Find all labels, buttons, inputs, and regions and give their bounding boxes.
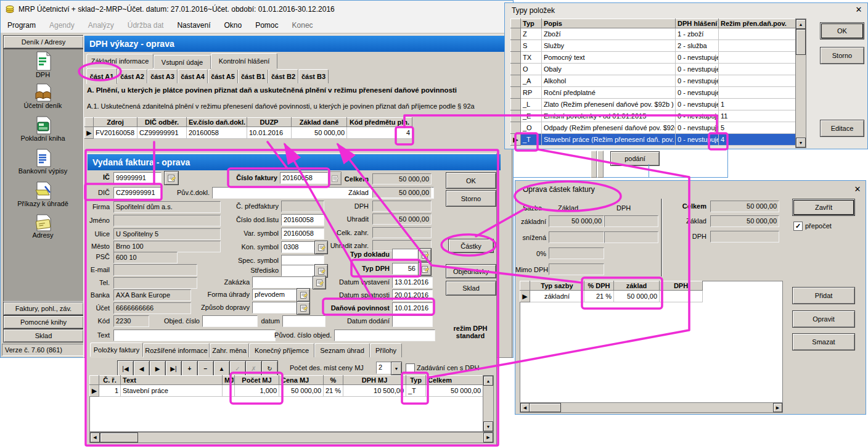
text-field[interactable] xyxy=(113,330,276,341)
col-celkem[interactable]: Celkem xyxy=(426,376,483,385)
scrollbar-thumb[interactable] xyxy=(796,29,806,55)
tab-cast-a3[interactable]: část A3 xyxy=(147,69,178,83)
psc-field[interactable]: 600 10 xyxy=(113,252,178,263)
menu-okno[interactable]: Okno xyxy=(217,21,248,30)
col-zdroj[interactable]: Zdroj xyxy=(94,118,137,127)
tab-konecny-prijemce[interactable]: Konečný příjemce xyxy=(249,343,314,357)
col-c-r[interactable]: Č. ř. xyxy=(99,376,121,385)
typ-row-selected[interactable]: ▶_TStavební práce (Režim přenesení daň. … xyxy=(511,134,796,146)
typ-dokladu-field[interactable] xyxy=(392,249,418,260)
col-typ[interactable]: Typ xyxy=(406,376,426,385)
tab-cast-a2[interactable]: část A2 xyxy=(117,69,147,83)
zavrit-button[interactable]: Zavřít xyxy=(792,199,855,216)
castky-horizontal-scrollbar[interactable]: ◀ ▶ xyxy=(520,402,783,413)
datum-field[interactable] xyxy=(282,315,326,327)
objed-cislo-field[interactable] xyxy=(202,315,258,327)
zakazka-field[interactable] xyxy=(252,276,313,288)
tab-rozsirene-informace[interactable]: Rozšířené informace xyxy=(143,343,210,357)
typ-row[interactable]: OObaly0 - nevstupuje xyxy=(511,64,796,75)
typ-row[interactable]: ZZboží1 - zboží xyxy=(511,28,796,40)
col-text[interactable]: Text xyxy=(121,376,223,385)
col-pocet-mj[interactable]: Počet MJ xyxy=(235,376,279,385)
sidebar-tab-denik-adresy[interactable]: Deník / Adresy xyxy=(3,35,84,49)
nav-prev-button[interactable]: ◀ xyxy=(133,360,150,376)
banka-field[interactable]: AXA Bank Europe xyxy=(113,289,191,301)
datum-splatnosti-field[interactable]: 20.01.2016 xyxy=(392,289,433,301)
sazba-row[interactable]: ▶ základní 21 % 50 000,00 xyxy=(520,291,703,302)
tab-zahr-mena[interactable]: Zahr. měna xyxy=(210,343,249,357)
typy-editace-button[interactable]: Editace xyxy=(820,120,864,137)
tab-cast-b2[interactable]: část B2 xyxy=(268,69,298,83)
mesto-field[interactable]: Brno 100 xyxy=(113,241,221,252)
add-row-button[interactable]: + xyxy=(181,360,198,376)
col-pct[interactable]: % xyxy=(324,376,343,385)
storno-button[interactable]: Storno xyxy=(446,190,496,207)
ic-field[interactable]: 99999991 xyxy=(113,172,162,184)
zpusob-dopravy-field[interactable] xyxy=(252,302,297,313)
scrollbar-thumb[interactable] xyxy=(100,433,138,442)
prepocet-checkbox[interactable]: ✓ xyxy=(793,222,803,231)
tab-cast-a1[interactable]: část A1 xyxy=(86,68,117,84)
nav-first-button[interactable]: |◀ xyxy=(117,360,134,376)
typy-ok-button[interactable]: OK xyxy=(820,22,864,39)
accept-button[interactable]: ✓ xyxy=(229,360,246,376)
typ-row[interactable]: TXPomocný text0 - nevstupuje xyxy=(511,52,796,64)
close-icon[interactable]: ✕ xyxy=(852,185,863,194)
scroll-down-icon[interactable]: ▼ xyxy=(483,421,493,431)
tab-seznam-uhrad[interactable]: Seznam úhrad xyxy=(314,343,370,357)
menu-pomoc[interactable]: Pomoc xyxy=(248,21,285,30)
tab-vstupni-udaje[interactable]: Vstupní údaje xyxy=(154,55,211,69)
sidebar-item-dph[interactable]: DPH xyxy=(4,51,81,78)
scroll-left-icon[interactable]: ◀ xyxy=(520,403,530,412)
scrollbar-thumb[interactable] xyxy=(529,403,561,412)
ok-button[interactable]: OK xyxy=(446,172,496,189)
datum-vystaveni-field[interactable]: 13.01.2016 xyxy=(392,276,433,288)
ic-lookup-button[interactable] xyxy=(164,171,179,185)
scroll-right-icon[interactable]: ▶ xyxy=(483,433,493,442)
smazat-button[interactable]: Smazat xyxy=(792,333,855,351)
scroll-up-icon[interactable]: ▲ xyxy=(483,376,493,386)
menu-konec[interactable]: Konec xyxy=(285,21,320,30)
col-duzp[interactable]: DUZP xyxy=(247,118,292,127)
typy-vertical-scrollbar[interactable]: ▲ ▼ xyxy=(795,19,806,148)
delete-row-button[interactable]: − xyxy=(197,360,214,376)
splitter-bar[interactable] xyxy=(597,151,604,178)
tab-kontrolni-hlaseni[interactable]: Kontrolní hlášení xyxy=(211,53,277,68)
tab-cast-b1[interactable]: část B1 xyxy=(238,69,268,83)
col-rezim[interactable]: Režim přen.daň.pov. xyxy=(719,19,796,28)
nav-next-button[interactable]: ▶ xyxy=(149,360,166,376)
typ-row[interactable]: RPRoční předplatné0 - nevstupuje xyxy=(511,87,796,99)
col-pct-dph[interactable]: % DPH xyxy=(584,281,614,291)
pocet-des-dropdown-icon[interactable]: ▼ xyxy=(391,362,402,375)
email-field[interactable] xyxy=(113,264,197,276)
col-dph[interactable]: DPH xyxy=(660,281,703,291)
ulice-field[interactable]: U Spořitelny 5 xyxy=(113,228,221,240)
scroll-right-icon[interactable]: ▶ xyxy=(773,403,782,412)
tab-prilohy[interactable]: Přílohy xyxy=(370,343,402,357)
tab-cast-a5[interactable]: část A5 xyxy=(208,69,238,83)
typ-dph-field[interactable]: 56 xyxy=(392,263,418,275)
menu-udrzba-dat[interactable]: Údržba dat xyxy=(121,21,171,30)
datum-dodani-field[interactable] xyxy=(392,315,433,327)
dph-vykazy-titlebar[interactable]: DPH výkazy - oprava xyxy=(84,36,516,52)
sidebar-item-bankovni-vypisy[interactable]: Bankovní výpisy xyxy=(4,149,81,175)
sidebar-item-adresy[interactable]: Adresy xyxy=(4,214,81,239)
items-horizontal-scrollbar[interactable]: ◀ ▶ xyxy=(89,432,494,443)
col-zaklad[interactable]: základ xyxy=(614,281,660,291)
dic-field[interactable]: CZ99999991 xyxy=(113,187,162,199)
typ-row[interactable]: _LZlato (Režim přenesení daňové pov. $92… xyxy=(511,99,796,110)
table-row[interactable]: ▶ FV20160058 CZ99999991 20160058 10.01.2… xyxy=(85,127,412,139)
forma-uhrady-lookup-button[interactable] xyxy=(297,288,310,302)
col-dph-mj[interactable]: DPH MJ xyxy=(343,376,406,385)
typ-row[interactable]: _AAlkohol0 - nevstupuje xyxy=(511,75,796,87)
typ-row[interactable]: _EEmisní povolenky - od 01.01.20150 - ne… xyxy=(511,110,796,122)
refresh-button[interactable]: ↻ xyxy=(261,360,278,376)
danova-povinnost-field[interactable]: 10.01.2016 xyxy=(392,302,433,314)
tab-cast-a4[interactable]: část A4 xyxy=(178,69,208,83)
stredisko-field[interactable] xyxy=(281,265,314,276)
col-ev-cislo[interactable]: Ev.číslo daň.dokl. xyxy=(187,118,247,127)
sidebar-item-prikazy-k-uhrade[interactable]: Příkazy k úhradě xyxy=(4,181,81,207)
ucet-field[interactable]: 6666666666 xyxy=(113,302,191,314)
close-icon[interactable]: ✕ xyxy=(853,5,864,15)
item-row[interactable]: ▶ 1 Stavební práce 1,000 50 000,00 21 % … xyxy=(90,385,483,397)
